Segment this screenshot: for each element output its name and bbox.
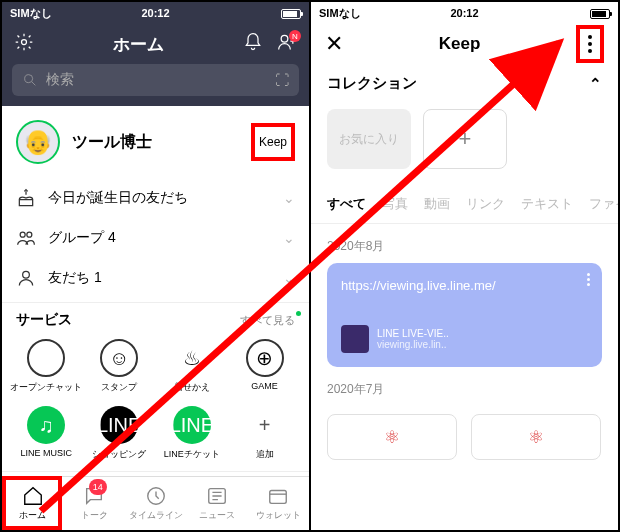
service-music[interactable]: ♫LINE MUSIC bbox=[10, 406, 83, 461]
filter-tabs: すべて 写真 動画 リンク テキスト ファイ bbox=[311, 183, 618, 224]
carrier: SIMなし bbox=[319, 6, 450, 21]
svg-rect-8 bbox=[270, 491, 287, 504]
birthday-label: 今日が誕生日の友だち bbox=[48, 189, 188, 207]
service-stamp[interactable]: ☺スタンプ bbox=[83, 339, 156, 394]
keep-title: Keep bbox=[439, 34, 481, 54]
link-thumbnail bbox=[341, 325, 369, 353]
tab-video[interactable]: 動画 bbox=[424, 195, 450, 213]
svg-point-2 bbox=[25, 75, 33, 83]
talk-badge: 14 bbox=[89, 479, 107, 495]
profile-name: ツール博士 bbox=[72, 132, 239, 153]
tab-home[interactable]: ホーム bbox=[2, 477, 63, 530]
date-label: 2020年8月 bbox=[311, 224, 618, 263]
clock: 20:12 bbox=[141, 7, 169, 19]
services-title: サービス bbox=[16, 311, 72, 329]
avatar: 👴 bbox=[16, 120, 60, 164]
collection-cards: お気に入り + bbox=[311, 103, 618, 183]
svg-point-4 bbox=[27, 232, 32, 237]
bell-icon[interactable] bbox=[243, 32, 263, 56]
cake-icon bbox=[16, 188, 36, 208]
pdf-icon: ⚛ bbox=[528, 426, 544, 448]
service-shopping[interactable]: LINEショッピング bbox=[83, 406, 156, 461]
battery-icon bbox=[170, 7, 301, 19]
wallet-icon bbox=[267, 485, 289, 507]
tab-file[interactable]: ファイ bbox=[589, 195, 618, 213]
services-grid-2: ♫LINE MUSIC LINEショッピング LINELINEチケット +追加 bbox=[2, 400, 309, 467]
battery-icon bbox=[479, 7, 610, 19]
home-header: ホーム N bbox=[2, 24, 309, 64]
openchat-icon bbox=[27, 339, 65, 377]
tab-text[interactable]: テキスト bbox=[521, 195, 573, 213]
tab-news[interactable]: ニュース bbox=[186, 477, 247, 530]
shopping-icon: LINE bbox=[100, 406, 138, 444]
profile-row[interactable]: 👴 ツール博士 Keep bbox=[2, 106, 309, 178]
chevron-down-icon: ⌄ bbox=[283, 270, 295, 286]
chevron-down-icon: ⌄ bbox=[283, 190, 295, 206]
clock: 20:12 bbox=[450, 7, 478, 19]
keep-header: ✕ Keep bbox=[311, 24, 618, 64]
scan-icon[interactable]: ⛶ bbox=[275, 72, 289, 88]
clock-icon bbox=[145, 485, 167, 507]
home-icon bbox=[22, 485, 44, 507]
pdf-item[interactable]: ⚛ bbox=[471, 414, 601, 460]
date-label: 2020年7月 bbox=[311, 367, 618, 406]
tab-photo[interactable]: 写真 bbox=[382, 195, 408, 213]
collection-header[interactable]: コレクション ⌃ bbox=[311, 64, 618, 103]
menu-button[interactable] bbox=[576, 25, 604, 63]
tab-all[interactable]: すべて bbox=[327, 195, 366, 213]
carrier: SIMなし bbox=[10, 6, 141, 21]
stamp-icon: ☺ bbox=[100, 339, 138, 377]
search-bar[interactable]: 検索 ⛶ bbox=[2, 64, 309, 106]
new-badge: N bbox=[289, 30, 301, 42]
link-url: https://viewing.live.line.me/ bbox=[341, 277, 588, 295]
link-item[interactable]: https://viewing.live.line.me/ LINE LIVE-… bbox=[327, 263, 602, 367]
page-title: ホーム bbox=[113, 33, 164, 56]
groups-row[interactable]: グループ 4 ⌄ bbox=[2, 218, 309, 258]
add-friend-icon[interactable]: N bbox=[277, 32, 297, 56]
plus-icon: + bbox=[246, 406, 284, 444]
chevron-down-icon: ⌄ bbox=[283, 230, 295, 246]
more-icon bbox=[588, 35, 592, 53]
services-header: サービス すべて見る bbox=[2, 302, 309, 333]
service-theme[interactable]: ♨着せかえ bbox=[156, 339, 229, 394]
tab-link[interactable]: リンク bbox=[466, 195, 505, 213]
friends-row[interactable]: 友だち 1 ⌄ bbox=[2, 258, 309, 298]
search-icon bbox=[22, 72, 38, 88]
tab-wallet[interactable]: ウォレット bbox=[248, 477, 309, 530]
svg-point-3 bbox=[20, 232, 25, 237]
tab-timeline[interactable]: タイムライン bbox=[125, 477, 186, 530]
status-bar: SIMなし 20:12 bbox=[311, 2, 618, 24]
item-menu-icon[interactable] bbox=[587, 273, 590, 286]
person-icon bbox=[16, 268, 36, 288]
collection-title: コレクション bbox=[327, 74, 417, 93]
pdf-items: ⚛ ⚛ bbox=[311, 406, 618, 468]
theme-icon: ♨ bbox=[173, 339, 211, 377]
link-title: LINE LIVE-VIE.. bbox=[377, 328, 449, 339]
service-add[interactable]: +追加 bbox=[228, 406, 301, 461]
service-game[interactable]: ⊕GAME bbox=[228, 339, 301, 394]
collection-favorite[interactable]: お気に入り bbox=[327, 109, 411, 169]
tab-talk[interactable]: トーク14 bbox=[63, 477, 124, 530]
close-icon[interactable]: ✕ bbox=[325, 31, 343, 57]
see-all-link[interactable]: すべて見る bbox=[240, 313, 295, 328]
service-ticket[interactable]: LINELINEチケット bbox=[156, 406, 229, 461]
game-icon: ⊕ bbox=[246, 339, 284, 377]
pdf-item[interactable]: ⚛ bbox=[327, 414, 457, 460]
collection-add[interactable]: + bbox=[423, 109, 507, 169]
pdf-icon: ⚛ bbox=[384, 426, 400, 448]
keep-button[interactable]: Keep bbox=[251, 123, 295, 161]
music-icon: ♫ bbox=[27, 406, 65, 444]
service-openchat[interactable]: オープンチャット bbox=[10, 339, 83, 394]
services-grid: オープンチャット ☺スタンプ ♨着せかえ ⊕GAME bbox=[2, 333, 309, 400]
svg-point-1 bbox=[281, 35, 288, 42]
status-bar: SIMなし 20:12 bbox=[2, 2, 309, 24]
link-subtitle: viewing.live.lin.. bbox=[377, 339, 449, 350]
birthday-row[interactable]: 今日が誕生日の友だち ⌄ bbox=[2, 178, 309, 218]
settings-icon[interactable] bbox=[14, 32, 34, 56]
chevron-up-icon: ⌃ bbox=[589, 75, 602, 93]
groups-label: グループ 4 bbox=[48, 229, 116, 247]
svg-point-0 bbox=[22, 40, 27, 45]
news-icon bbox=[206, 485, 228, 507]
friends-label: 友だち 1 bbox=[48, 269, 102, 287]
search-placeholder: 検索 bbox=[46, 71, 74, 89]
